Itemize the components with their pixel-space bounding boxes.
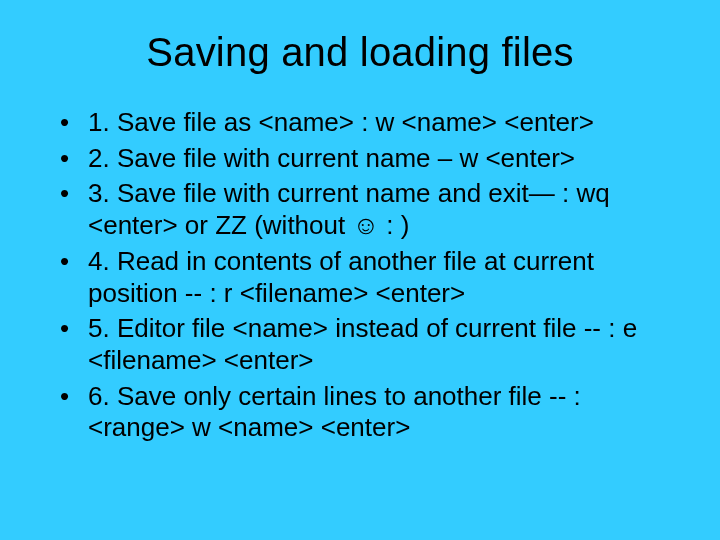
page-title: Saving and loading files [50,30,670,75]
list-item: 2. Save file with current name – w <ente… [60,143,670,175]
bullet-list: 1. Save file as <name> : w <name> <enter… [50,107,670,444]
list-item: 5. Editor file <name> instead of current… [60,313,670,376]
slide: Saving and loading files 1. Save file as… [0,0,720,540]
list-item: 6. Save only certain lines to another fi… [60,381,670,444]
list-item: 3. Save file with current name and exit—… [60,178,670,241]
list-item: 4. Read in contents of another file at c… [60,246,670,309]
list-item: 1. Save file as <name> : w <name> <enter… [60,107,670,139]
